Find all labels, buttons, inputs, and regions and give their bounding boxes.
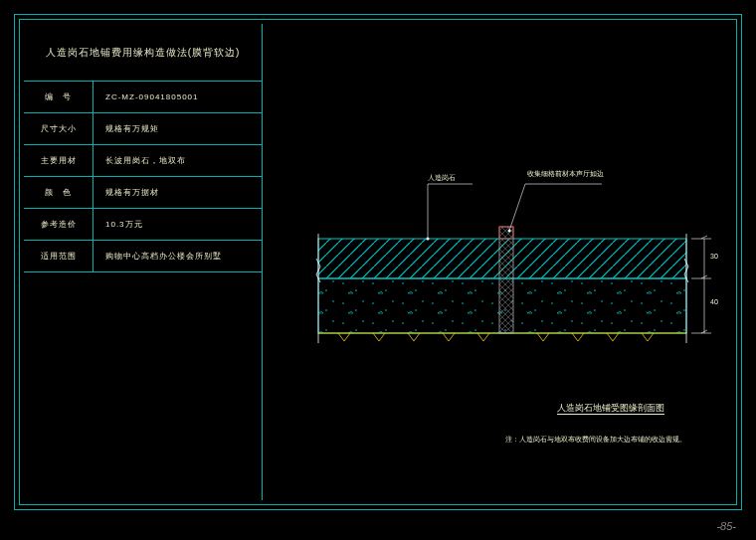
leader-label-1: 人造岗石 (428, 173, 456, 183)
dimension-2: 40 (710, 298, 718, 305)
row-value: 长波用岗石，地双布 (94, 145, 262, 176)
row-value: 规格有万据材 (94, 177, 262, 208)
info-row: 颜 色 规格有万据材 (24, 177, 262, 209)
info-panel: 人造岗石地铺费用缘构造做法(膜背软边) 编 号 ZC-MZ-0904180500… (24, 24, 263, 500)
row-label: 颜 色 (24, 177, 94, 208)
inner-frame: 人造岗石地铺费用缘构造做法(膜背软边) 编 号 ZC-MZ-0904180500… (19, 19, 737, 505)
row-label: 参考造价 (24, 209, 94, 240)
info-row: 适用范围 购物中心高档办公楼会所别墅 (24, 241, 262, 272)
row-value: 规格有万规矩 (94, 113, 262, 144)
panel-title-row: 人造岗石地铺费用缘构造做法(膜背软边) (24, 24, 262, 82)
row-label: 编 号 (24, 82, 94, 112)
dimension-1: 30 (710, 253, 718, 260)
info-row: 参考造价 10.3万元 (24, 209, 262, 241)
svg-point-16 (508, 230, 511, 233)
row-label: 主要用材 (24, 145, 94, 176)
info-row: 主要用材 长波用岗石，地双布 (24, 145, 262, 177)
info-row: 尺寸大小 规格有万规矩 (24, 113, 262, 145)
page-number: -85- (716, 520, 736, 532)
panel-title: 人造岗石地铺费用缘构造做法(膜背软边) (46, 46, 241, 60)
row-label: 适用范围 (24, 241, 94, 271)
svg-point-13 (427, 238, 430, 241)
outer-frame: 人造岗石地铺费用缘构造做法(膜背软边) 编 号 ZC-MZ-0904180500… (14, 14, 742, 510)
row-value: 10.3万元 (94, 209, 262, 240)
drawing-note: 注：人造岗石与地双布收费间设备加大边布铺的收边需规。 (505, 435, 686, 445)
svg-rect-9 (499, 227, 513, 333)
row-value: ZC-MZ-09041805001 (94, 82, 262, 112)
svg-line-14 (509, 184, 525, 231)
row-label: 尺寸大小 (24, 113, 94, 144)
drawing-title: 人造岗石地铺受图缘剖面图 (557, 402, 664, 415)
leader-label-2: 收集细格前材本声厅如边 (527, 169, 617, 179)
row-value: 购物中心高档办公楼会所别墅 (94, 241, 262, 271)
drawing-area: 人造岗石 收集细格前材本声厅如边 30 40 人造岗石地铺受图缘剖面图 注：人造… (279, 40, 716, 484)
info-row: 编 号 ZC-MZ-09041805001 (24, 82, 262, 113)
